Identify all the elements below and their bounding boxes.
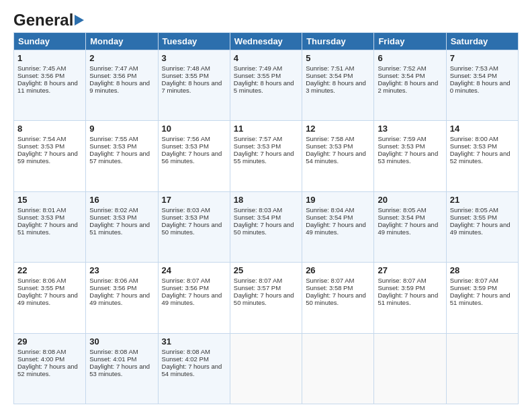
sunset-text: Sunset: 3:54 PM xyxy=(378,214,425,221)
table-row: 13Sunrise: 7:59 AMSunset: 3:53 PMDayligh… xyxy=(374,121,446,191)
sunset-text: Sunset: 3:56 PM xyxy=(89,284,136,291)
table-row: 2Sunrise: 7:47 AMSunset: 3:56 PMDaylight… xyxy=(86,50,158,121)
table-row: 15Sunrise: 8:01 AMSunset: 3:53 PMDayligh… xyxy=(14,191,86,262)
sunset-text: Sunset: 3:55 PM xyxy=(450,214,497,221)
table-row: 20Sunrise: 8:05 AMSunset: 3:54 PMDayligh… xyxy=(374,191,446,262)
daylight-text: Daylight: 7 hours and 51 minutes. xyxy=(17,221,78,236)
daylight-text: Daylight: 7 hours and 51 minutes. xyxy=(450,291,511,306)
table-row: 25Sunrise: 8:07 AMSunset: 3:57 PMDayligh… xyxy=(230,263,302,333)
sunset-text: Sunset: 3:53 PM xyxy=(450,142,497,150)
sunset-text: Sunset: 3:53 PM xyxy=(234,142,281,150)
week-row-3: 15Sunrise: 8:01 AMSunset: 3:53 PMDayligh… xyxy=(14,191,519,262)
sunrise-text: Sunrise: 8:03 AM xyxy=(162,206,210,214)
table-row: 11Sunrise: 7:57 AMSunset: 3:53 PMDayligh… xyxy=(230,121,302,191)
sunset-text: Sunset: 3:58 PM xyxy=(306,284,353,291)
sunrise-text: Sunrise: 7:55 AM xyxy=(89,135,138,142)
logo-general: General xyxy=(13,11,73,30)
daylight-text: Daylight: 7 hours and 49 minutes. xyxy=(89,291,150,306)
day-number: 16 xyxy=(89,195,154,205)
daylight-text: Daylight: 7 hours and 51 minutes. xyxy=(89,221,150,236)
sunset-text: Sunset: 3:55 PM xyxy=(234,72,281,79)
col-wednesday: Wednesday xyxy=(230,33,302,50)
sunrise-text: Sunrise: 7:45 AM xyxy=(17,64,66,72)
sunrise-text: Sunrise: 7:56 AM xyxy=(162,135,210,142)
table-row: 16Sunrise: 8:02 AMSunset: 3:53 PMDayligh… xyxy=(86,191,158,262)
col-monday: Monday xyxy=(86,33,158,50)
sunrise-text: Sunrise: 8:08 AM xyxy=(17,348,66,355)
table-row: 7Sunrise: 7:53 AMSunset: 3:54 PMDaylight… xyxy=(446,50,518,121)
day-number: 3 xyxy=(162,53,226,63)
logo: General xyxy=(13,11,84,27)
table-row: 24Sunrise: 8:07 AMSunset: 3:56 PMDayligh… xyxy=(158,263,230,333)
day-number: 28 xyxy=(450,265,515,275)
daylight-text: Daylight: 7 hours and 55 minutes. xyxy=(234,150,294,165)
day-number: 14 xyxy=(450,124,515,134)
daylight-text: Daylight: 7 hours and 59 minutes. xyxy=(17,150,78,165)
daylight-text: Daylight: 8 hours and 3 minutes. xyxy=(306,79,366,94)
day-number: 4 xyxy=(234,53,298,63)
sunset-text: Sunset: 3:53 PM xyxy=(162,142,209,150)
sunrise-text: Sunrise: 8:06 AM xyxy=(17,277,66,284)
day-number: 10 xyxy=(162,124,226,134)
sunrise-text: Sunrise: 8:06 AM xyxy=(89,277,138,284)
week-row-2: 8Sunrise: 7:54 AMSunset: 3:53 PMDaylight… xyxy=(14,121,519,191)
daylight-text: Daylight: 7 hours and 50 minutes. xyxy=(162,221,222,236)
table-row: 22Sunrise: 8:06 AMSunset: 3:55 PMDayligh… xyxy=(14,263,86,333)
sunrise-text: Sunrise: 8:08 AM xyxy=(162,348,210,355)
sunset-text: Sunset: 3:54 PM xyxy=(378,72,425,79)
sunrise-text: Sunrise: 8:07 AM xyxy=(306,277,354,284)
sunrise-text: Sunrise: 8:01 AM xyxy=(17,206,66,214)
daylight-text: Daylight: 7 hours and 52 minutes. xyxy=(17,363,78,377)
sunrise-text: Sunrise: 7:54 AM xyxy=(17,135,66,142)
daylight-text: Daylight: 7 hours and 54 minutes. xyxy=(306,150,366,165)
daylight-text: Daylight: 8 hours and 11 minutes. xyxy=(17,79,78,94)
sunset-text: Sunset: 3:56 PM xyxy=(162,284,209,291)
daylight-text: Daylight: 7 hours and 50 minutes. xyxy=(234,291,294,306)
sunset-text: Sunset: 4:00 PM xyxy=(17,355,64,363)
table-row xyxy=(302,333,374,404)
table-row: 8Sunrise: 7:54 AMSunset: 3:53 PMDaylight… xyxy=(14,121,86,191)
sunrise-text: Sunrise: 8:05 AM xyxy=(378,206,426,214)
daylight-text: Daylight: 7 hours and 49 minutes. xyxy=(378,221,438,236)
table-row: 23Sunrise: 8:06 AMSunset: 3:56 PMDayligh… xyxy=(86,263,158,333)
day-number: 24 xyxy=(162,265,226,275)
daylight-text: Daylight: 7 hours and 51 minutes. xyxy=(378,291,438,306)
header-row: Sunday Monday Tuesday Wednesday Thursday… xyxy=(14,33,519,50)
sunrise-text: Sunrise: 8:04 AM xyxy=(306,206,354,214)
col-sunday: Sunday xyxy=(14,33,86,50)
day-number: 9 xyxy=(89,124,154,134)
day-number: 13 xyxy=(378,124,442,134)
week-row-1: 1Sunrise: 7:45 AMSunset: 3:56 PMDaylight… xyxy=(14,50,519,121)
sunset-text: Sunset: 3:53 PM xyxy=(378,142,425,150)
col-saturday: Saturday xyxy=(446,33,518,50)
calendar-table: Sunday Monday Tuesday Wednesday Thursday… xyxy=(13,32,519,404)
header: General xyxy=(13,11,519,27)
daylight-text: Daylight: 7 hours and 52 minutes. xyxy=(450,150,511,165)
table-row: 4Sunrise: 7:49 AMSunset: 3:55 PMDaylight… xyxy=(230,50,302,121)
daylight-text: Daylight: 7 hours and 57 minutes. xyxy=(89,150,150,165)
sunrise-text: Sunrise: 8:07 AM xyxy=(450,277,498,284)
day-number: 25 xyxy=(234,265,298,275)
week-row-5: 29Sunrise: 8:08 AMSunset: 4:00 PMDayligh… xyxy=(14,333,519,404)
table-row: 26Sunrise: 8:07 AMSunset: 3:58 PMDayligh… xyxy=(302,263,374,333)
sunrise-text: Sunrise: 7:52 AM xyxy=(378,64,426,72)
table-row xyxy=(230,333,302,404)
sunset-text: Sunset: 3:54 PM xyxy=(234,214,281,221)
day-number: 7 xyxy=(450,53,515,63)
sunset-text: Sunset: 3:53 PM xyxy=(17,214,64,221)
daylight-text: Daylight: 7 hours and 49 minutes. xyxy=(450,221,511,236)
day-number: 5 xyxy=(306,53,370,63)
table-row: 3Sunrise: 7:48 AMSunset: 3:55 PMDaylight… xyxy=(158,50,230,121)
sunset-text: Sunset: 3:55 PM xyxy=(162,72,209,79)
sunset-text: Sunset: 3:54 PM xyxy=(450,72,497,79)
sunset-text: Sunset: 3:53 PM xyxy=(306,142,353,150)
daylight-text: Daylight: 8 hours and 0 minutes. xyxy=(450,79,511,94)
sunset-text: Sunset: 3:56 PM xyxy=(17,72,64,79)
day-number: 22 xyxy=(17,265,82,275)
table-row: 31Sunrise: 8:08 AMSunset: 4:02 PMDayligh… xyxy=(158,333,230,404)
table-row: 18Sunrise: 8:03 AMSunset: 3:54 PMDayligh… xyxy=(230,191,302,262)
day-number: 26 xyxy=(306,265,370,275)
table-row: 27Sunrise: 8:07 AMSunset: 3:59 PMDayligh… xyxy=(374,263,446,333)
day-number: 6 xyxy=(378,53,442,63)
day-number: 23 xyxy=(89,265,154,275)
